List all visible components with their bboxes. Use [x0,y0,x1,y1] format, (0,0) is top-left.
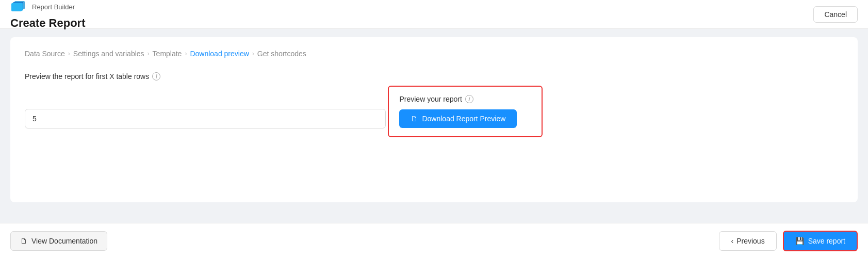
previous-button[interactable]: ‹ Previous [719,231,776,251]
app-logo-icon [10,0,27,15]
view-doc-file-icon: 🗋 [20,237,27,245]
rows-info-icon: i [152,72,160,80]
preview-title-text: Preview your report [399,95,462,103]
breadcrumb-settings[interactable]: Settings and variables [73,50,144,58]
app-branding: Report Builder [10,0,85,15]
view-doc-label: View Documentation [31,237,97,245]
save-report-button[interactable]: 💾 Save report [783,231,858,251]
breadcrumb-download-preview[interactable]: Download preview [190,50,249,58]
svg-rect-3 [12,3,23,11]
download-report-preview-button[interactable]: 🗋 Download Report Preview [399,109,517,128]
footer-right-actions: ‹ Previous 💾 Save report [719,231,858,251]
breadcrumb-data-source[interactable]: Data Source [25,50,65,58]
cancel-button[interactable]: Cancel [813,6,858,23]
breadcrumb-sep-1: › [68,50,70,57]
breadcrumb: Data Source › Settings and variables › T… [25,50,843,58]
breadcrumb-sep-2: › [148,50,150,57]
breadcrumb-get-shortcodes[interactable]: Get shortcodes [257,50,306,58]
previous-label: Previous [736,237,764,245]
app-name-label: Report Builder [32,3,75,11]
footer: 🗋 View Documentation ‹ Previous 💾 Save r… [0,223,868,258]
breadcrumb-sep-3: › [185,50,187,57]
rows-input[interactable] [25,109,386,128]
download-file-icon: 🗋 [411,115,418,123]
view-documentation-button[interactable]: 🗋 View Documentation [10,231,107,251]
save-label: Save report [808,237,845,245]
breadcrumb-template[interactable]: Template [153,50,182,58]
rows-field-label: Preview the report for first X table row… [25,72,843,80]
content-card: Data Source › Settings and variables › T… [10,37,858,202]
preview-section-title: Preview your report i [399,95,531,103]
preview-section: Preview your report i 🗋 Download Report … [388,86,543,137]
header-left: Report Builder Create Report [10,0,85,30]
preview-info-icon: i [465,95,473,103]
chevron-left-icon: ‹ [731,237,733,245]
download-btn-label: Download Report Preview [422,115,505,123]
app-header: Report Builder Create Report Cancel [0,0,868,29]
breadcrumb-sep-4: › [252,50,254,57]
rows-label-text: Preview the report for first X table row… [25,72,149,80]
page-title: Create Report [10,17,85,30]
save-icon: 💾 [795,237,804,245]
